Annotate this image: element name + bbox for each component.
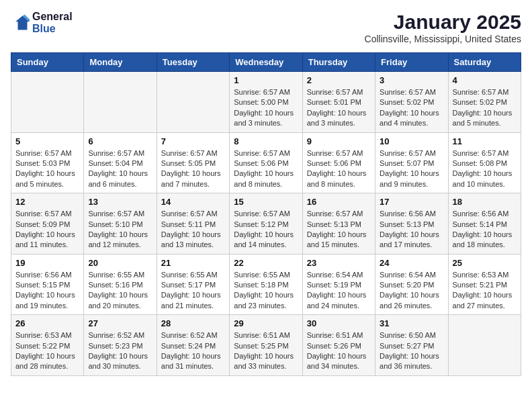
col-header-monday: Monday — [84, 53, 157, 72]
day-detail: Sunrise: 6:57 AMSunset: 5:03 PMDaylight:… — [15, 148, 79, 190]
day-number: 16 — [307, 197, 371, 207]
day-detail: Sunrise: 6:52 AMSunset: 5:23 PMDaylight:… — [88, 330, 152, 372]
day-detail: Sunrise: 6:57 AMSunset: 5:11 PMDaylight:… — [161, 209, 225, 250]
page-header: General Blue January 2025 Collinsville, … — [11, 11, 521, 44]
day-cell: 1 Sunrise: 6:57 AMSunset: 5:00 PMDayligh… — [230, 72, 302, 133]
day-number: 24 — [380, 258, 443, 268]
col-header-saturday: Saturday — [448, 53, 521, 72]
day-detail: Sunrise: 6:53 AMSunset: 5:22 PMDaylight:… — [15, 330, 79, 372]
day-cell: 20 Sunrise: 6:55 AMSunset: 5:16 PMDaylig… — [84, 254, 157, 315]
day-number: 20 — [88, 258, 152, 268]
day-number: 14 — [161, 197, 225, 207]
day-detail: Sunrise: 6:57 AMSunset: 5:02 PMDaylight:… — [453, 87, 517, 129]
day-cell: 22 Sunrise: 6:55 AMSunset: 5:18 PMDaylig… — [230, 254, 302, 315]
day-detail: Sunrise: 6:55 AMSunset: 5:16 PMDaylight:… — [88, 270, 152, 312]
day-detail: Sunrise: 6:50 AMSunset: 5:27 PMDaylight:… — [380, 330, 443, 372]
day-number: 29 — [234, 318, 298, 328]
col-header-sunday: Sunday — [11, 53, 84, 72]
week-row-3: 12 Sunrise: 6:57 AMSunset: 5:09 PMDaylig… — [11, 193, 521, 255]
day-number: 7 — [161, 136, 225, 146]
day-cell: 18 Sunrise: 6:56 AMSunset: 5:14 PMDaylig… — [448, 193, 521, 255]
day-number: 19 — [15, 258, 79, 268]
day-number: 28 — [161, 318, 225, 328]
day-cell — [157, 72, 229, 133]
col-header-thursday: Thursday — [302, 53, 375, 72]
day-detail: Sunrise: 6:57 AMSunset: 5:02 PMDaylight:… — [380, 87, 443, 129]
col-header-friday: Friday — [375, 53, 448, 72]
day-number: 12 — [15, 197, 79, 207]
day-detail: Sunrise: 6:57 AMSunset: 5:12 PMDaylight:… — [234, 209, 298, 250]
page-title: January 2025 — [365, 11, 521, 34]
day-detail: Sunrise: 6:55 AMSunset: 5:18 PMDaylight:… — [234, 270, 298, 312]
col-header-tuesday: Tuesday — [157, 53, 229, 72]
day-number: 25 — [453, 258, 517, 268]
title-block: January 2025 Collinsville, Mississippi, … — [365, 11, 521, 44]
day-number: 13 — [88, 197, 152, 207]
day-cell: 15 Sunrise: 6:57 AMSunset: 5:12 PMDaylig… — [230, 193, 302, 255]
day-detail: Sunrise: 6:57 AMSunset: 5:06 PMDaylight:… — [234, 148, 298, 190]
day-detail: Sunrise: 6:57 AMSunset: 5:13 PMDaylight:… — [307, 209, 371, 250]
day-detail: Sunrise: 6:54 AMSunset: 5:20 PMDaylight:… — [380, 270, 443, 312]
day-number: 9 — [307, 136, 371, 146]
day-number: 17 — [380, 197, 443, 207]
day-number: 22 — [234, 258, 298, 268]
logo-icon — [11, 13, 30, 32]
day-cell: 7 Sunrise: 6:57 AMSunset: 5:05 PMDayligh… — [157, 132, 229, 193]
day-detail: Sunrise: 6:57 AMSunset: 5:04 PMDaylight:… — [88, 148, 152, 190]
logo: General Blue — [11, 11, 73, 35]
day-detail: Sunrise: 6:57 AMSunset: 5:00 PMDaylight:… — [234, 87, 298, 129]
day-number: 5 — [15, 136, 79, 146]
day-number: 23 — [307, 258, 371, 268]
day-cell: 21 Sunrise: 6:55 AMSunset: 5:17 PMDaylig… — [157, 254, 229, 315]
day-cell: 13 Sunrise: 6:57 AMSunset: 5:10 PMDaylig… — [84, 193, 157, 255]
day-cell — [11, 72, 84, 133]
day-cell: 26 Sunrise: 6:53 AMSunset: 5:22 PMDaylig… — [11, 315, 84, 376]
week-row-1: 1 Sunrise: 6:57 AMSunset: 5:00 PMDayligh… — [11, 72, 521, 133]
day-cell: 17 Sunrise: 6:56 AMSunset: 5:13 PMDaylig… — [375, 193, 448, 255]
day-number: 10 — [380, 136, 443, 146]
day-cell: 23 Sunrise: 6:54 AMSunset: 5:19 PMDaylig… — [302, 254, 375, 315]
day-number: 15 — [234, 197, 298, 207]
day-cell: 6 Sunrise: 6:57 AMSunset: 5:04 PMDayligh… — [84, 132, 157, 193]
day-detail: Sunrise: 6:57 AMSunset: 5:01 PMDaylight:… — [307, 87, 371, 129]
day-detail: Sunrise: 6:56 AMSunset: 5:14 PMDaylight:… — [453, 209, 517, 250]
day-number: 3 — [380, 75, 443, 85]
day-detail: Sunrise: 6:57 AMSunset: 5:05 PMDaylight:… — [161, 148, 225, 190]
day-number: 31 — [380, 318, 443, 328]
day-cell: 31 Sunrise: 6:50 AMSunset: 5:27 PMDaylig… — [375, 315, 448, 376]
calendar-table: SundayMondayTuesdayWednesdayThursdayFrid… — [11, 52, 521, 376]
day-number: 26 — [15, 318, 79, 328]
day-number: 11 — [453, 136, 517, 146]
calendar-header-row: SundayMondayTuesdayWednesdayThursdayFrid… — [11, 53, 521, 72]
day-cell: 9 Sunrise: 6:57 AMSunset: 5:06 PMDayligh… — [302, 132, 375, 193]
col-header-wednesday: Wednesday — [230, 53, 302, 72]
day-cell — [448, 315, 521, 376]
day-cell: 29 Sunrise: 6:51 AMSunset: 5:25 PMDaylig… — [230, 315, 302, 376]
day-number: 8 — [234, 136, 298, 146]
day-cell: 12 Sunrise: 6:57 AMSunset: 5:09 PMDaylig… — [11, 193, 84, 255]
day-number: 21 — [161, 258, 225, 268]
day-number: 27 — [88, 318, 152, 328]
day-cell: 4 Sunrise: 6:57 AMSunset: 5:02 PMDayligh… — [448, 72, 521, 133]
day-cell: 5 Sunrise: 6:57 AMSunset: 5:03 PMDayligh… — [11, 132, 84, 193]
day-cell: 27 Sunrise: 6:52 AMSunset: 5:23 PMDaylig… — [84, 315, 157, 376]
day-cell: 8 Sunrise: 6:57 AMSunset: 5:06 PMDayligh… — [230, 132, 302, 193]
day-number: 30 — [307, 318, 371, 328]
day-detail: Sunrise: 6:52 AMSunset: 5:24 PMDaylight:… — [161, 330, 225, 372]
day-detail: Sunrise: 6:57 AMSunset: 5:08 PMDaylight:… — [453, 148, 517, 190]
day-detail: Sunrise: 6:51 AMSunset: 5:26 PMDaylight:… — [307, 330, 371, 372]
day-detail: Sunrise: 6:57 AMSunset: 5:09 PMDaylight:… — [15, 209, 79, 250]
day-detail: Sunrise: 6:57 AMSunset: 5:10 PMDaylight:… — [88, 209, 152, 250]
week-row-2: 5 Sunrise: 6:57 AMSunset: 5:03 PMDayligh… — [11, 132, 521, 193]
day-cell: 14 Sunrise: 6:57 AMSunset: 5:11 PMDaylig… — [157, 193, 229, 255]
day-detail: Sunrise: 6:56 AMSunset: 5:13 PMDaylight:… — [380, 209, 443, 250]
day-detail: Sunrise: 6:53 AMSunset: 5:21 PMDaylight:… — [453, 270, 517, 312]
day-cell: 25 Sunrise: 6:53 AMSunset: 5:21 PMDaylig… — [448, 254, 521, 315]
day-cell: 2 Sunrise: 6:57 AMSunset: 5:01 PMDayligh… — [302, 72, 375, 133]
day-cell: 19 Sunrise: 6:56 AMSunset: 5:15 PMDaylig… — [11, 254, 84, 315]
day-cell: 24 Sunrise: 6:54 AMSunset: 5:20 PMDaylig… — [375, 254, 448, 315]
day-detail: Sunrise: 6:56 AMSunset: 5:15 PMDaylight:… — [15, 270, 79, 312]
day-number: 4 — [453, 75, 517, 85]
week-row-5: 26 Sunrise: 6:53 AMSunset: 5:22 PMDaylig… — [11, 315, 521, 376]
day-cell: 28 Sunrise: 6:52 AMSunset: 5:24 PMDaylig… — [157, 315, 229, 376]
